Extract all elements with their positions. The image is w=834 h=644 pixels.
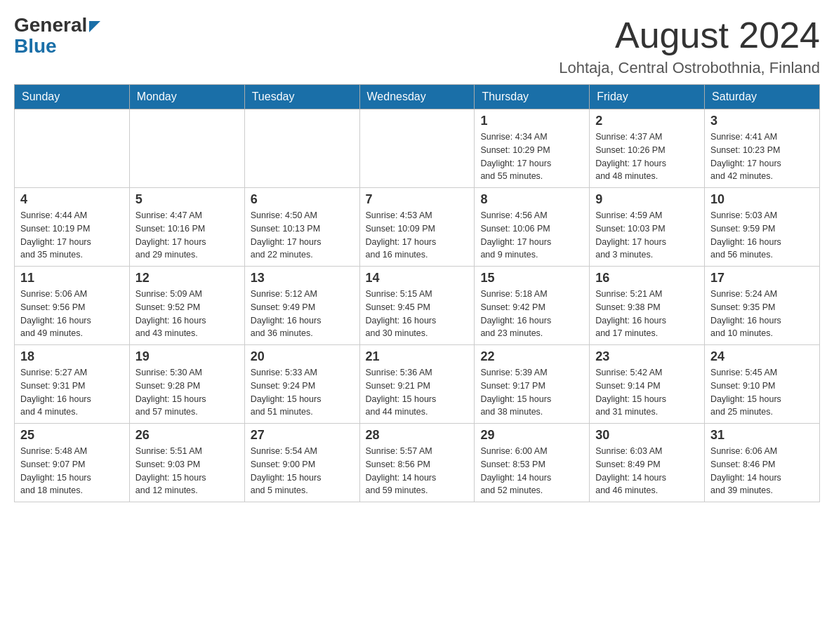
day-info: Sunrise: 4:56 AMSunset: 10:06 PMDaylight…	[480, 209, 583, 262]
day-info: Sunrise: 5:36 AMSunset: 9:21 PMDaylight:…	[366, 366, 469, 419]
calendar-cell: 29Sunrise: 6:00 AMSunset: 8:53 PMDayligh…	[475, 424, 590, 502]
logo-blue-text: Blue	[14, 35, 57, 58]
day-number: 16	[595, 271, 699, 286]
calendar-cell: 15Sunrise: 5:18 AMSunset: 9:42 PMDayligh…	[475, 267, 590, 345]
calendar-cell	[244, 109, 359, 188]
day-number: 28	[366, 428, 469, 443]
day-number: 21	[366, 349, 469, 364]
calendar-cell: 12Sunrise: 5:09 AMSunset: 9:52 PMDayligh…	[129, 267, 244, 345]
day-info: Sunrise: 5:27 AMSunset: 9:31 PMDaylight:…	[20, 366, 124, 419]
page-header: General Blue August 2024 Lohtaja, Centra…	[14, 14, 820, 77]
calendar-cell: 4Sunrise: 4:44 AMSunset: 10:19 PMDayligh…	[15, 188, 130, 267]
day-info: Sunrise: 5:06 AMSunset: 9:56 PMDaylight:…	[20, 288, 124, 340]
day-info: Sunrise: 4:50 AMSunset: 10:13 PMDaylight…	[251, 209, 354, 262]
header-friday: Friday	[590, 85, 705, 109]
calendar-cell: 8Sunrise: 4:56 AMSunset: 10:06 PMDayligh…	[475, 188, 590, 267]
day-number: 4	[20, 192, 124, 207]
calendar-cell: 14Sunrise: 5:15 AMSunset: 9:45 PMDayligh…	[359, 267, 475, 345]
day-number: 25	[20, 428, 124, 443]
day-info: Sunrise: 4:59 AMSunset: 10:03 PMDaylight…	[595, 209, 699, 262]
day-number: 2	[595, 114, 699, 128]
calendar-cell: 7Sunrise: 4:53 AMSunset: 10:09 PMDayligh…	[359, 188, 475, 267]
location-title: Lohtaja, Central Ostrobothnia, Finland	[559, 59, 820, 77]
calendar-table: Sunday Monday Tuesday Wednesday Thursday…	[14, 84, 820, 502]
header-wednesday: Wednesday	[359, 85, 475, 109]
title-section: August 2024 Lohtaja, Central Ostrobothni…	[559, 14, 820, 77]
calendar-cell: 3Sunrise: 4:41 AMSunset: 10:23 PMDayligh…	[705, 109, 820, 188]
day-number: 29	[480, 428, 583, 443]
calendar-week-4: 18Sunrise: 5:27 AMSunset: 9:31 PMDayligh…	[15, 345, 820, 424]
day-number: 8	[480, 192, 583, 207]
calendar-cell: 28Sunrise: 5:57 AMSunset: 8:56 PMDayligh…	[359, 424, 475, 502]
day-number: 9	[595, 192, 699, 207]
calendar-cell	[359, 109, 475, 188]
calendar-cell: 1Sunrise: 4:34 AMSunset: 10:29 PMDayligh…	[475, 109, 590, 188]
calendar-cell: 26Sunrise: 5:51 AMSunset: 9:03 PMDayligh…	[129, 424, 244, 502]
day-info: Sunrise: 5:03 AMSunset: 9:59 PMDaylight:…	[710, 209, 814, 262]
day-info: Sunrise: 5:54 AMSunset: 9:00 PMDaylight:…	[251, 445, 354, 497]
calendar-cell: 30Sunrise: 6:03 AMSunset: 8:49 PMDayligh…	[590, 424, 705, 502]
day-number: 31	[710, 428, 814, 443]
calendar-cell: 17Sunrise: 5:24 AMSunset: 9:35 PMDayligh…	[705, 267, 820, 345]
header-saturday: Saturday	[705, 85, 820, 109]
calendar-cell	[129, 109, 244, 188]
day-number: 22	[480, 349, 583, 364]
day-info: Sunrise: 5:33 AMSunset: 9:24 PMDaylight:…	[251, 366, 354, 419]
day-number: 18	[20, 349, 124, 364]
day-number: 14	[366, 271, 469, 286]
month-title: August 2024	[559, 14, 820, 56]
day-info: Sunrise: 6:06 AMSunset: 8:46 PMDaylight:…	[710, 445, 814, 497]
calendar-week-1: 1Sunrise: 4:34 AMSunset: 10:29 PMDayligh…	[15, 109, 820, 188]
day-info: Sunrise: 5:18 AMSunset: 9:42 PMDaylight:…	[480, 288, 583, 340]
day-info: Sunrise: 5:39 AMSunset: 9:17 PMDaylight:…	[480, 366, 583, 419]
day-info: Sunrise: 5:45 AMSunset: 9:10 PMDaylight:…	[710, 366, 814, 419]
day-info: Sunrise: 4:34 AMSunset: 10:29 PMDaylight…	[480, 130, 583, 183]
calendar-header-row: Sunday Monday Tuesday Wednesday Thursday…	[15, 85, 820, 109]
day-info: Sunrise: 5:09 AMSunset: 9:52 PMDaylight:…	[135, 288, 239, 340]
day-number: 24	[710, 349, 814, 364]
calendar-cell: 23Sunrise: 5:42 AMSunset: 9:14 PMDayligh…	[590, 345, 705, 424]
day-info: Sunrise: 4:41 AMSunset: 10:23 PMDaylight…	[710, 130, 814, 183]
day-info: Sunrise: 4:53 AMSunset: 10:09 PMDaylight…	[366, 209, 469, 262]
day-info: Sunrise: 4:37 AMSunset: 10:26 PMDaylight…	[595, 130, 699, 183]
day-number: 7	[366, 192, 469, 207]
day-number: 6	[251, 192, 354, 207]
day-number: 12	[135, 271, 239, 286]
calendar-cell: 10Sunrise: 5:03 AMSunset: 9:59 PMDayligh…	[705, 188, 820, 267]
day-number: 1	[480, 114, 583, 128]
day-number: 30	[595, 428, 699, 443]
calendar-cell: 31Sunrise: 6:06 AMSunset: 8:46 PMDayligh…	[705, 424, 820, 502]
calendar-cell: 16Sunrise: 5:21 AMSunset: 9:38 PMDayligh…	[590, 267, 705, 345]
day-number: 11	[20, 271, 124, 286]
day-info: Sunrise: 5:12 AMSunset: 9:49 PMDaylight:…	[251, 288, 354, 340]
calendar-week-3: 11Sunrise: 5:06 AMSunset: 9:56 PMDayligh…	[15, 267, 820, 345]
calendar-cell: 13Sunrise: 5:12 AMSunset: 9:49 PMDayligh…	[244, 267, 359, 345]
day-info: Sunrise: 4:44 AMSunset: 10:19 PMDaylight…	[20, 209, 124, 262]
day-info: Sunrise: 5:21 AMSunset: 9:38 PMDaylight:…	[595, 288, 699, 340]
day-info: Sunrise: 5:24 AMSunset: 9:35 PMDaylight:…	[710, 288, 814, 340]
logo: General Blue	[14, 14, 100, 58]
calendar-cell	[15, 109, 130, 188]
day-info: Sunrise: 5:15 AMSunset: 9:45 PMDaylight:…	[366, 288, 469, 340]
header-thursday: Thursday	[475, 85, 590, 109]
day-number: 19	[135, 349, 239, 364]
day-info: Sunrise: 6:00 AMSunset: 8:53 PMDaylight:…	[480, 445, 583, 497]
day-number: 17	[710, 271, 814, 286]
calendar-cell: 19Sunrise: 5:30 AMSunset: 9:28 PMDayligh…	[129, 345, 244, 424]
day-info: Sunrise: 4:47 AMSunset: 10:16 PMDaylight…	[135, 209, 239, 262]
day-info: Sunrise: 5:51 AMSunset: 9:03 PMDaylight:…	[135, 445, 239, 497]
header-tuesday: Tuesday	[244, 85, 359, 109]
calendar-cell: 2Sunrise: 4:37 AMSunset: 10:26 PMDayligh…	[590, 109, 705, 188]
header-sunday: Sunday	[15, 85, 130, 109]
logo-general-text: General	[14, 14, 87, 36]
day-info: Sunrise: 5:30 AMSunset: 9:28 PMDaylight:…	[135, 366, 239, 419]
calendar-cell: 27Sunrise: 5:54 AMSunset: 9:00 PMDayligh…	[244, 424, 359, 502]
calendar-cell: 21Sunrise: 5:36 AMSunset: 9:21 PMDayligh…	[359, 345, 475, 424]
day-number: 3	[710, 114, 814, 128]
calendar-cell: 5Sunrise: 4:47 AMSunset: 10:16 PMDayligh…	[129, 188, 244, 267]
day-number: 5	[135, 192, 239, 207]
day-info: Sunrise: 5:48 AMSunset: 9:07 PMDaylight:…	[20, 445, 124, 497]
day-number: 20	[251, 349, 354, 364]
calendar-cell: 24Sunrise: 5:45 AMSunset: 9:10 PMDayligh…	[705, 345, 820, 424]
calendar-week-5: 25Sunrise: 5:48 AMSunset: 9:07 PMDayligh…	[15, 424, 820, 502]
